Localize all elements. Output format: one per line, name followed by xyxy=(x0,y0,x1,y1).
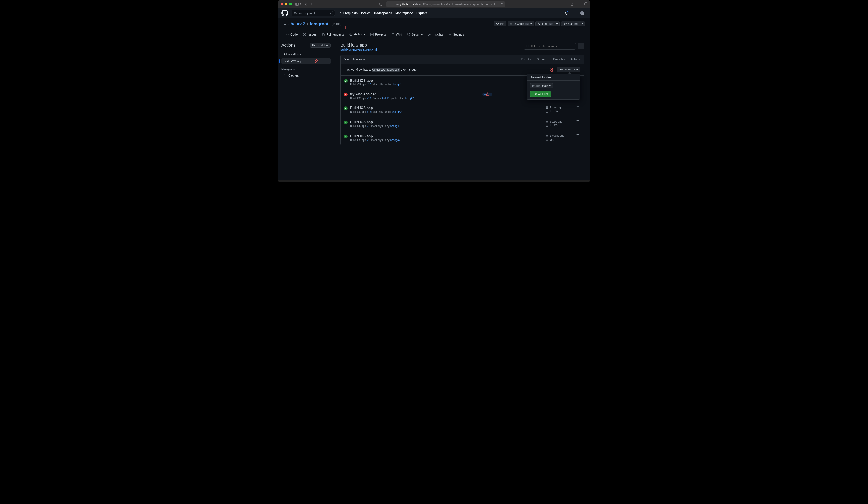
tabs-icon[interactable] xyxy=(584,2,588,6)
repo-nav-tabs: Code Issues Pull requests Actions Projec… xyxy=(283,31,585,39)
tab-projects[interactable]: Projects xyxy=(368,31,389,39)
pin-button[interactable]: Pin xyxy=(494,21,506,27)
github-logo-icon[interactable] xyxy=(281,10,288,17)
fork-button[interactable]: Fork 0 xyxy=(536,21,555,27)
share-icon[interactable] xyxy=(570,2,574,6)
fork-dropdown[interactable] xyxy=(555,21,559,27)
unwatch-label: Unwatch xyxy=(514,22,524,25)
nav-explore[interactable]: Explore xyxy=(416,11,427,15)
workflow-kebab-button[interactable] xyxy=(578,43,584,49)
new-tab-icon[interactable] xyxy=(577,2,580,6)
svg-point-35 xyxy=(578,120,579,121)
user-menu[interactable] xyxy=(580,11,587,15)
svg-point-20 xyxy=(582,46,582,47)
filter-actor[interactable]: Actor xyxy=(571,58,580,61)
refresh-icon[interactable] xyxy=(500,2,504,6)
repo-title: ahoog42 / iamgroot Public Pin Unwatch 1 xyxy=(283,21,585,27)
caret-down-icon xyxy=(549,85,551,86)
star-button[interactable]: Star 0 xyxy=(561,21,580,27)
forward-icon[interactable] xyxy=(310,3,313,6)
workflow-run-row[interactable]: Build iOS app Build iOS app #7: Manually… xyxy=(341,117,584,131)
github-header: Search or jump to... / Pull requests Iss… xyxy=(278,8,590,18)
filter-input-field[interactable] xyxy=(531,44,574,48)
status-success-icon xyxy=(344,135,348,138)
svg-point-33 xyxy=(576,120,577,121)
tab-settings[interactable]: Settings xyxy=(446,31,467,39)
annotation-3: 3 xyxy=(550,66,554,73)
repo-separator: / xyxy=(307,21,308,27)
traffic-lights xyxy=(280,3,292,6)
stopwatch-icon xyxy=(546,138,548,141)
workflow-title: Build iOS app xyxy=(340,43,377,48)
svg-rect-25 xyxy=(546,107,548,109)
svg-point-16 xyxy=(284,74,286,75)
nav-pull-requests[interactable]: Pull requests xyxy=(339,11,358,15)
sidebar-toggle-icon[interactable] xyxy=(295,3,301,6)
tab-insights[interactable]: Insights xyxy=(425,31,446,39)
workflow-run-row[interactable]: Build iOS app Build iOS app #1: Manually… xyxy=(341,131,584,145)
unwatch-button[interactable]: Unwatch 1 xyxy=(508,21,534,27)
workflow-dispatch-row: This workflow has a workflow_dispatch ev… xyxy=(341,63,584,75)
visibility-badge: Public xyxy=(331,22,342,26)
repo-name-link[interactable]: iamgroot xyxy=(310,21,328,27)
run-kebab[interactable] xyxy=(574,120,580,121)
svg-point-19 xyxy=(580,46,581,47)
stopwatch-icon xyxy=(546,110,548,113)
new-workflow-button[interactable]: New workflow xyxy=(310,43,331,48)
url-bar[interactable]: github.com/ahoog42/iamgroot/actions/work… xyxy=(386,1,505,7)
notifications-icon[interactable] xyxy=(565,11,568,15)
chevron-down-icon xyxy=(582,23,583,24)
svg-point-5 xyxy=(538,23,539,23)
pin-label: Pin xyxy=(500,22,504,25)
star-icon xyxy=(564,22,567,25)
workflow-file-link[interactable]: build-ios-app-spfexpert.yml xyxy=(340,48,377,51)
star-dropdown[interactable] xyxy=(580,21,585,27)
github-search-input[interactable]: Search or jump to... / xyxy=(292,10,335,16)
run-kebab[interactable] xyxy=(574,134,580,135)
nav-codespaces[interactable]: Codespaces xyxy=(374,11,392,15)
svg-point-12 xyxy=(324,35,324,36)
repo-owner-link[interactable]: ahoog42 xyxy=(288,21,305,27)
sidebar-title: Actions xyxy=(281,43,296,48)
tab-pull-requests[interactable]: Pull requests xyxy=(319,31,347,39)
tab-issues[interactable]: Issues xyxy=(300,31,319,39)
filter-status[interactable]: Status xyxy=(537,58,548,61)
workflow-run-row[interactable]: Build iOS app Build iOS app #13: Manuall… xyxy=(341,103,584,117)
sidebar-all-workflows[interactable]: All workflows xyxy=(281,51,331,57)
maximize-window-icon[interactable] xyxy=(289,3,292,6)
svg-rect-0 xyxy=(296,3,299,6)
sidebar-build-ios-app[interactable]: Build iOS app 2 xyxy=(281,58,331,64)
filter-runs-input[interactable] xyxy=(524,43,576,50)
minimize-window-icon[interactable] xyxy=(285,3,288,6)
back-icon[interactable] xyxy=(305,3,307,6)
search-icon xyxy=(526,45,529,48)
kebab-icon xyxy=(576,106,579,107)
create-new-dropdown[interactable] xyxy=(571,11,577,14)
sidebar-caches[interactable]: Caches xyxy=(281,72,331,79)
popover-run-workflow-button[interactable]: Run workflow xyxy=(530,91,551,97)
privacy-shield-icon[interactable] xyxy=(379,2,383,6)
status-success-icon xyxy=(344,121,348,124)
runs-count: 5 workflow runs xyxy=(344,58,365,61)
nav-issues[interactable]: Issues xyxy=(361,11,371,15)
filter-event[interactable]: Event xyxy=(521,58,531,61)
svg-point-9 xyxy=(304,34,305,35)
run-workflow-popover: Use workflow from Branch: main Run workf… xyxy=(527,74,580,100)
search-key-hint: / xyxy=(329,11,333,15)
run-kebab[interactable] xyxy=(574,106,580,107)
tab-wiki[interactable]: Wiki xyxy=(389,31,404,39)
tab-security[interactable]: Security xyxy=(404,31,425,39)
run-workflow-dropdown[interactable]: Run workflow xyxy=(557,67,580,72)
stopwatch-icon xyxy=(546,124,548,127)
run-title: Build iOS app xyxy=(350,79,480,83)
close-window-icon[interactable] xyxy=(280,3,283,6)
fork-count: 0 xyxy=(549,22,552,25)
tab-actions[interactable]: Actions xyxy=(347,31,368,39)
nav-marketplace[interactable]: Marketplace xyxy=(395,11,413,15)
annotation-2: 2 xyxy=(315,58,318,65)
tab-code[interactable]: Code xyxy=(283,31,300,39)
workflow-runs-box: 5 workflow runs Event Status Branch Acto… xyxy=(340,55,584,145)
filter-branch[interactable]: Branch xyxy=(553,58,565,61)
branch-tag[interactable]: main xyxy=(482,93,492,96)
popover-branch-selector[interactable]: Branch: main xyxy=(530,83,553,89)
